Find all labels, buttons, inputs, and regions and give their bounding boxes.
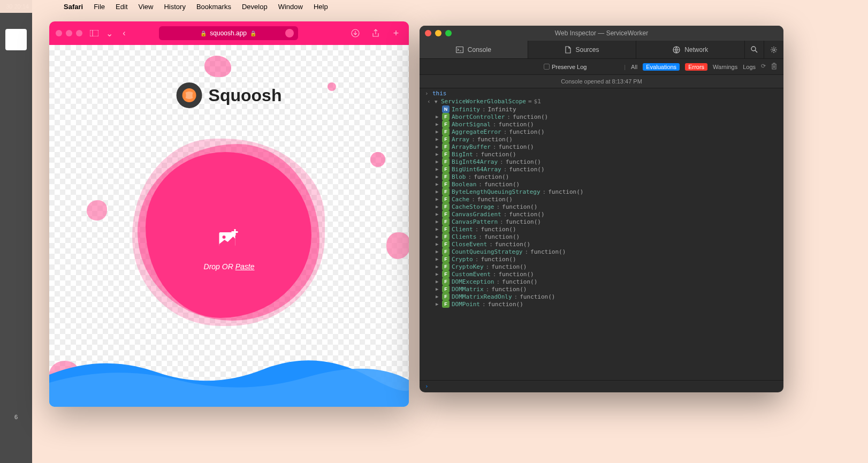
- disclosure-triangle-icon[interactable]: ▶: [436, 114, 440, 119]
- filter-evaluations[interactable]: Evaluations: [643, 63, 680, 71]
- object-property[interactable]: ▶FBigInt: function(): [420, 150, 783, 158]
- object-property[interactable]: ▶FCanvasGradient: function(): [420, 210, 783, 218]
- object-property[interactable]: ▶FArray: function(): [420, 135, 783, 143]
- object-property[interactable]: ▶FDOMPoint: function(): [420, 300, 783, 308]
- object-property[interactable]: ▶FAggregateError: function(): [420, 128, 783, 135]
- sidebar-icon[interactable]: [88, 27, 101, 40]
- menu-bookmarks[interactable]: Bookmarks: [196, 3, 231, 11]
- filter-logs[interactable]: Logs: [743, 64, 756, 70]
- disclosure-triangle-icon[interactable]: ▶: [436, 144, 440, 149]
- menu-develop[interactable]: Develop: [242, 3, 268, 11]
- object-property[interactable]: ▶FBigInt64Array: function(): [420, 158, 783, 165]
- disclosure-triangle-icon[interactable]: ▶: [436, 264, 440, 269]
- object-property[interactable]: ▶FByteLengthQueuingStrategy: function(): [420, 188, 783, 195]
- disclosure-triangle-icon[interactable]: ▶: [436, 122, 440, 127]
- traffic-close[interactable]: [425, 30, 431, 36]
- object-property[interactable]: ▶FCacheStorage: function(): [420, 203, 783, 210]
- console-result-line[interactable]: ‹ ▼ ServiceWorkerGlobalScope = $1: [420, 97, 783, 105]
- trash-icon[interactable]: [771, 63, 777, 71]
- object-property[interactable]: ▶FBoolean: function(): [420, 180, 783, 188]
- disclosure-triangle-icon[interactable]: ▶: [436, 271, 440, 277]
- object-property[interactable]: ▶FArrayBuffer: function(): [420, 143, 783, 150]
- share-icon[interactable]: [369, 27, 382, 40]
- filter-warnings[interactable]: Warnings: [713, 64, 737, 70]
- object-property[interactable]: ▶FDOMMatrixReadOnly: function(): [420, 293, 783, 300]
- traffic-zoom[interactable]: [445, 30, 452, 36]
- disclosure-triangle-icon[interactable]: ▶: [436, 159, 440, 164]
- object-property[interactable]: ▶FBlob: function(): [420, 173, 783, 180]
- disclosure-triangle-icon[interactable]: ▶: [436, 189, 440, 194]
- dock-spacer: [5, 371, 27, 393]
- disclosure-triangle-icon[interactable]: ▶: [436, 294, 440, 299]
- disclosure-triangle-icon[interactable]: ▶: [436, 211, 440, 217]
- dock-thumb[interactable]: [5, 29, 27, 50]
- menu-file[interactable]: File: [94, 3, 105, 11]
- bubble-icon[interactable]: [285, 29, 294, 37]
- disclosure-triangle-icon[interactable]: ▶: [436, 301, 440, 307]
- disclosure-triangle-icon[interactable]: ▶: [436, 129, 440, 134]
- download-icon[interactable]: [349, 27, 362, 40]
- object-property[interactable]: ▶FAbortSignal: function(): [420, 120, 783, 128]
- disclosure-triangle-icon[interactable]: ▶: [436, 136, 440, 142]
- disclosure-triangle-icon[interactable]: ▶: [436, 226, 440, 232]
- new-tab-icon[interactable]: +: [390, 27, 402, 40]
- menu-help[interactable]: Help: [314, 3, 328, 11]
- menubar-app[interactable]: Safari: [64, 3, 83, 11]
- disclosure-triangle-icon[interactable]: ▶: [436, 249, 440, 254]
- disclosure-triangle-icon[interactable]: ▶: [436, 204, 440, 209]
- traffic-minimize[interactable]: [66, 30, 72, 36]
- disclosure-triangle-icon[interactable]: ▶: [436, 166, 440, 172]
- safari-traffic-lights[interactable]: [56, 30, 82, 36]
- object-property[interactable]: ▶FDOMException: function(): [420, 278, 783, 285]
- object-property[interactable]: ▶FBigUint64Array: function(): [420, 165, 783, 173]
- object-property[interactable]: ▶FCustomEvent: function(): [420, 270, 783, 278]
- gear-icon[interactable]: [764, 41, 783, 58]
- prop-name: CountQueuingStrategy: [452, 248, 522, 255]
- search-icon[interactable]: [745, 41, 764, 58]
- filter-all[interactable]: All: [631, 64, 637, 70]
- disclosure-triangle-icon[interactable]: ▼: [435, 99, 439, 104]
- back-icon[interactable]: ‹: [118, 27, 131, 40]
- prop-value: function(): [474, 173, 509, 180]
- tab-console[interactable]: Console: [420, 41, 528, 58]
- disclosure-triangle-icon[interactable]: ▶: [436, 256, 440, 262]
- url-bar[interactable]: 🔒 squoosh.app 🔒: [159, 26, 298, 40]
- object-property[interactable]: ▶FCache: function(): [420, 195, 783, 203]
- paste-link[interactable]: Paste: [235, 262, 255, 271]
- disclosure-triangle-icon[interactable]: ▶: [436, 196, 440, 202]
- filter-errors[interactable]: Errors: [685, 63, 707, 71]
- traffic-close[interactable]: [56, 30, 62, 36]
- console-prompt[interactable]: ›: [420, 380, 783, 392]
- menu-edit[interactable]: Edit: [116, 3, 127, 11]
- object-property[interactable]: ▶FCryptoKey: function(): [420, 263, 783, 270]
- object-property[interactable]: ▶FClient: function(): [420, 225, 783, 233]
- console-output[interactable]: › this ‹ ▼ ServiceWorkerGlobalScope = $1…: [420, 88, 783, 380]
- menu-window[interactable]: Window: [278, 3, 303, 11]
- drop-content[interactable]: Drop OR Paste: [204, 227, 255, 271]
- object-property[interactable]: ▶FDOMMatrix: function(): [420, 285, 783, 293]
- object-property[interactable]: ▶FCountQueuingStrategy: function(): [420, 248, 783, 255]
- disclosure-triangle-icon[interactable]: ▶: [436, 286, 440, 292]
- object-property[interactable]: ▶FCloseEvent: function(): [420, 240, 783, 248]
- object-property[interactable]: ▶FCanvasPattern: function(): [420, 218, 783, 225]
- reload-icon[interactable]: ⟳: [761, 63, 766, 71]
- tab-network[interactable]: Network: [636, 41, 745, 58]
- disclosure-triangle-icon[interactable]: ▶: [436, 241, 440, 247]
- disclosure-triangle-icon[interactable]: ▶: [436, 234, 440, 239]
- object-property[interactable]: ▶FClients: function(): [420, 233, 783, 240]
- object-property[interactable]: NInfinity: Infinity: [420, 105, 783, 113]
- disclosure-triangle-icon[interactable]: ▶: [436, 174, 440, 179]
- disclosure-triangle-icon[interactable]: ▶: [436, 279, 440, 284]
- traffic-zoom[interactable]: [76, 30, 82, 36]
- traffic-minimize[interactable]: [435, 30, 441, 36]
- object-property[interactable]: ▶FAbortController: function(): [420, 113, 783, 120]
- disclosure-triangle-icon[interactable]: ▶: [436, 181, 440, 187]
- preserve-log-checkbox[interactable]: Preserve Log: [544, 64, 587, 70]
- tab-sources[interactable]: Sources: [528, 41, 637, 58]
- object-property[interactable]: ▶FCrypto: function(): [420, 255, 783, 263]
- disclosure-triangle-icon[interactable]: ▶: [436, 151, 440, 157]
- menu-history[interactable]: History: [164, 3, 185, 11]
- disclosure-triangle-icon[interactable]: ▶: [436, 219, 440, 224]
- menu-view[interactable]: View: [139, 3, 154, 11]
- chevron-down-icon[interactable]: ⌄: [106, 27, 112, 40]
